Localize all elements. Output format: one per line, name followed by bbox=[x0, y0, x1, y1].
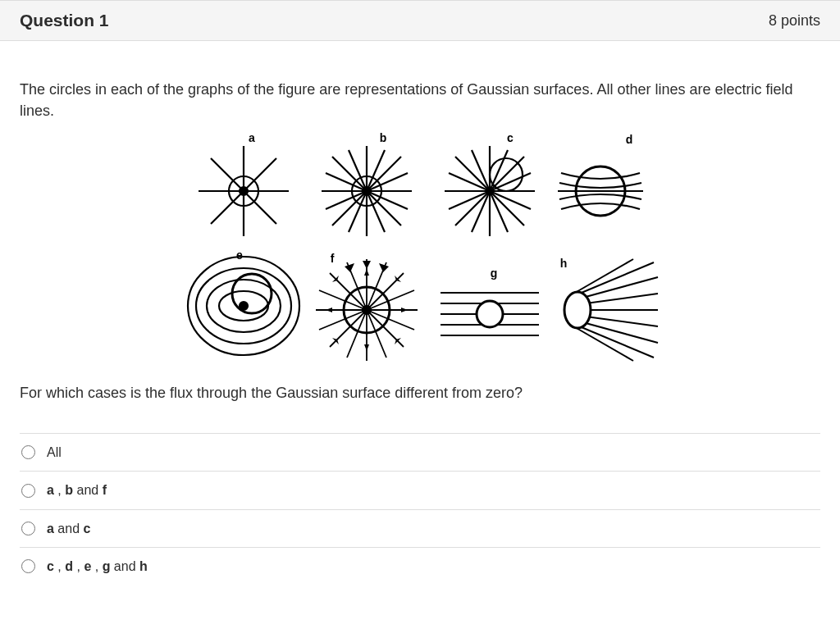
figure-label-d: d bbox=[626, 133, 633, 146]
question-postlude: For which cases is the flux through the … bbox=[20, 382, 820, 403]
figure-label-e: e bbox=[236, 248, 243, 262]
figure-label-b: b bbox=[380, 131, 387, 144]
figure-label-h: h bbox=[560, 257, 568, 270]
svg-line-66 bbox=[569, 259, 633, 296]
gaussian-figure: a b bbox=[178, 130, 662, 376]
figure-label-f: f bbox=[331, 252, 335, 265]
svg-marker-49 bbox=[363, 261, 371, 269]
question-stem: The circles in each of the graphs of the… bbox=[20, 79, 820, 121]
option-3-radio[interactable] bbox=[21, 522, 35, 535]
svg-marker-41 bbox=[401, 308, 408, 312]
svg-marker-50 bbox=[379, 263, 389, 272]
svg-point-5 bbox=[240, 187, 248, 195]
svg-point-27 bbox=[240, 302, 248, 310]
svg-line-67 bbox=[569, 324, 633, 361]
svg-point-68 bbox=[564, 292, 591, 328]
option-1-label: All bbox=[47, 443, 62, 462]
option-3[interactable]: a and c bbox=[20, 510, 820, 548]
svg-marker-43 bbox=[364, 344, 369, 351]
answer-options: All a , b and f a and c c , d , e , g an… bbox=[20, 433, 820, 585]
option-1[interactable]: All bbox=[20, 434, 820, 472]
option-1-radio[interactable] bbox=[21, 445, 35, 459]
svg-marker-44 bbox=[364, 269, 369, 276]
svg-point-15 bbox=[363, 187, 371, 195]
question-header: Question 1 8 points bbox=[0, 0, 840, 41]
svg-point-58 bbox=[477, 301, 503, 327]
figure-label-a: a bbox=[249, 131, 255, 144]
option-4-label: c , d , e , g and h bbox=[47, 557, 148, 576]
question-content: The circles in each of the graphs of the… bbox=[0, 41, 840, 591]
question-points: 8 points bbox=[769, 12, 820, 30]
option-3-label: a and c bbox=[47, 519, 90, 538]
option-2[interactable]: a , b and f bbox=[20, 472, 820, 509]
figure-label-g: g bbox=[491, 267, 498, 280]
option-4-radio[interactable] bbox=[21, 559, 35, 573]
option-4[interactable]: c , d , e , g and h bbox=[20, 548, 820, 585]
question-title: Question 1 bbox=[20, 11, 109, 30]
figure-label-c: c bbox=[507, 131, 514, 144]
option-2-label: a , b and f bbox=[47, 481, 107, 499]
option-2-radio[interactable] bbox=[21, 484, 35, 498]
svg-marker-51 bbox=[345, 263, 354, 272]
svg-marker-42 bbox=[326, 308, 332, 312]
svg-point-52 bbox=[363, 306, 371, 314]
